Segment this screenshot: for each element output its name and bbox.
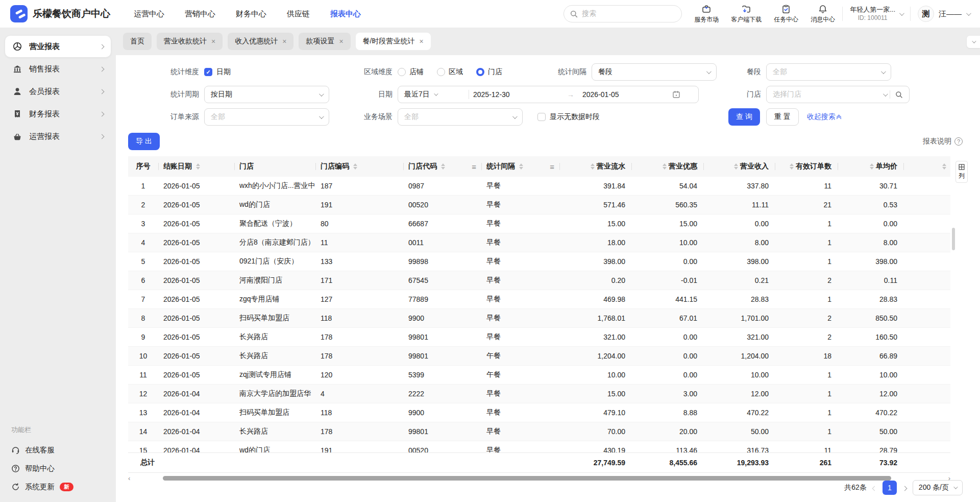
- show-empty-periods-checkbox[interactable]: [537, 113, 546, 121]
- region-radio[interactable]: 店铺: [398, 67, 424, 77]
- start-date-value[interactable]: 2025-12-30: [473, 90, 559, 99]
- page-size-select[interactable]: 200 条/页: [913, 480, 963, 495]
- sort-icon[interactable]: [734, 163, 738, 170]
- system-update-link[interactable]: 系统更新 新: [11, 477, 105, 496]
- vertical-scrollbar-thumb[interactable]: [952, 228, 955, 250]
- column-header-store-code[interactable]: 门店代码≡: [403, 156, 481, 177]
- tab[interactable]: 营业收款统计×: [157, 33, 223, 50]
- close-icon[interactable]: ×: [419, 38, 423, 45]
- end-date-value[interactable]: 2026-01-05: [582, 90, 668, 99]
- sidebar-item-finance-report[interactable]: 财务报表: [5, 103, 111, 125]
- app-logo-icon[interactable]: [10, 5, 28, 22]
- help-center-link[interactable]: 帮助中心: [11, 459, 105, 477]
- table-row[interactable]: 72026-01-05zgq专用店铺12777889早餐469.98441.15…: [128, 290, 950, 309]
- horizontal-scrollbar[interactable]: ‹ ›: [128, 474, 950, 482]
- column-settings-button[interactable]: 列: [955, 161, 968, 183]
- sort-icon[interactable]: [790, 163, 794, 170]
- tab[interactable]: 餐/时段营业统计×: [356, 33, 431, 50]
- close-icon[interactable]: ×: [339, 38, 343, 45]
- query-button[interactable]: 查 询: [728, 108, 760, 126]
- prev-page-button[interactable]: [873, 484, 876, 492]
- order-source-select[interactable]: 全部: [204, 108, 329, 126]
- sort-icon[interactable]: [942, 163, 946, 170]
- table-row[interactable]: 112026-01-05zqj测试专用店铺1205399午餐10.000.001…: [128, 366, 950, 385]
- sort-icon[interactable]: [196, 163, 200, 170]
- business-scene-select[interactable]: 全部: [398, 108, 523, 126]
- export-button[interactable]: 导 出: [128, 133, 160, 150]
- sidebar-item-sales-report[interactable]: 销售报表: [5, 58, 111, 80]
- sidebar-item-member-report[interactable]: 会员报表: [5, 81, 111, 102]
- tab[interactable]: 收入优惠统计×: [228, 33, 293, 50]
- global-search-input[interactable]: 搜索: [564, 5, 682, 22]
- table-row[interactable]: 152026-01-04wd的门店19100520早餐430.19113.463…: [128, 441, 950, 452]
- scrollbar-thumb[interactable]: [163, 476, 891, 481]
- sort-icon[interactable]: [663, 163, 667, 170]
- report-panel: 统计维度 ✓ 日期 区域维度 店铺区域门店 统计间隔 餐段: [116, 55, 980, 502]
- filter-menu-icon[interactable]: ≡: [550, 162, 554, 171]
- nav-item[interactable]: 报表中心: [330, 9, 361, 19]
- search-icon[interactable]: [895, 91, 903, 99]
- close-icon[interactable]: ×: [282, 38, 286, 45]
- region-radio[interactable]: 区域: [437, 67, 463, 77]
- table-row[interactable]: 122026-01-04南京大学店的加盟店华42222早餐15.003.0012…: [128, 385, 950, 403]
- message-center-link[interactable]: 消息中心: [811, 4, 835, 24]
- table-row[interactable]: 12026-01-05wxh的小小门店...营业中1870987早餐391.84…: [128, 177, 950, 196]
- column-header-interval[interactable]: 统计间隔≡: [481, 156, 559, 177]
- table-row[interactable]: 32026-01-05聚合配送（宁波）8066687早餐15.0015.000.…: [128, 214, 950, 233]
- client-download-link[interactable]: 客户端下载: [731, 4, 762, 24]
- tab[interactable]: 首页: [123, 33, 152, 50]
- nav-item[interactable]: 供应链: [287, 9, 310, 19]
- sort-icon[interactable]: [519, 163, 523, 170]
- filter-menu-icon[interactable]: ≡: [472, 162, 476, 171]
- collapse-search-link[interactable]: 收起搜索: [807, 112, 841, 122]
- tab-overflow-button[interactable]: [967, 36, 980, 48]
- sort-icon[interactable]: [441, 163, 445, 170]
- table-row[interactable]: 42026-01-05分店8（南京建邺门店）110011早餐18.0010.00…: [128, 233, 950, 252]
- store-select[interactable]: 选择门店: [766, 86, 910, 103]
- column-header-store-no[interactable]: 门店编码: [315, 156, 403, 177]
- meal-select[interactable]: 全部: [766, 63, 891, 81]
- service-market-link[interactable]: 服务市场: [694, 4, 719, 24]
- tab[interactable]: 款项设置×: [299, 33, 350, 50]
- table-row[interactable]: 142026-01-04长兴路店17899801早餐70.0020.0050.0…: [128, 422, 950, 441]
- table-row[interactable]: 82026-01-05扫码买单加盟店1189900早餐1,768.0167.01…: [128, 309, 950, 328]
- task-center-link[interactable]: 任务中心: [774, 4, 798, 24]
- date-dimension-checkbox[interactable]: ✓: [204, 68, 212, 76]
- sort-icon[interactable]: [870, 163, 874, 170]
- sidebar-item-business-report[interactable]: 营业报表: [5, 36, 111, 57]
- date-range-picker[interactable]: 最近7日 2025-12-30 → 2026-01-05: [398, 86, 699, 103]
- period-select[interactable]: 按日期: [204, 86, 329, 103]
- column-header-income[interactable]: 营业收入: [703, 156, 775, 177]
- column-header-discount[interactable]: 营业优惠: [631, 156, 703, 177]
- sort-icon[interactable]: [591, 163, 595, 170]
- interval-select[interactable]: 餐段: [592, 63, 717, 81]
- nav-item[interactable]: 运营中心: [134, 9, 164, 19]
- cell-seq: 11: [128, 371, 158, 379]
- column-header-date[interactable]: 结账日期: [158, 156, 234, 177]
- table-row[interactable]: 102026-01-05长兴路店17899801午餐1,204.000.001,…: [128, 347, 950, 366]
- nav-item[interactable]: 财务中心: [236, 9, 266, 19]
- table-row[interactable]: 52026-01-050921门店（安庆）13399898早餐398.000.0…: [128, 252, 950, 271]
- region-radio[interactable]: 门店: [476, 67, 502, 77]
- table-row[interactable]: 92026-01-05长兴路店17899801早餐321.000.00321.0…: [128, 328, 950, 347]
- report-note-link[interactable]: 报表说明 ?: [923, 137, 963, 146]
- next-page-button[interactable]: [903, 484, 906, 492]
- user-menu[interactable]: 测 汪——: [918, 6, 970, 22]
- table-row[interactable]: 62026-01-05河南濮阳门店17167545早餐0.20-0.010.21…: [128, 271, 950, 290]
- reset-button[interactable]: 重 置: [766, 108, 799, 126]
- column-header-flow[interactable]: 营业流水: [559, 156, 631, 177]
- column-header-avg[interactable]: 单均价: [838, 156, 903, 177]
- merchant-switcher[interactable]: 年轻人第一家... ID: 100011: [850, 6, 903, 21]
- online-service-link[interactable]: 在线客服: [11, 441, 105, 459]
- column-header-extra[interactable]: [903, 156, 950, 177]
- table-row[interactable]: 22026-01-05wd的门店19100520早餐571.46560.3511…: [128, 196, 950, 214]
- table-row[interactable]: 132026-01-04扫码买单加盟店1189900早餐479.108.8847…: [128, 403, 950, 422]
- sidebar-item-operation-report[interactable]: 运营报表: [5, 126, 111, 147]
- current-page-button[interactable]: 1: [883, 481, 897, 495]
- sort-icon[interactable]: [353, 163, 357, 170]
- date-preset-select[interactable]: 最近7日: [404, 90, 464, 99]
- column-header-orders[interactable]: 有效订单数: [775, 156, 838, 177]
- nav-item[interactable]: 营销中心: [185, 9, 215, 19]
- close-icon[interactable]: ×: [211, 38, 215, 45]
- scroll-left-icon[interactable]: ‹: [128, 475, 130, 482]
